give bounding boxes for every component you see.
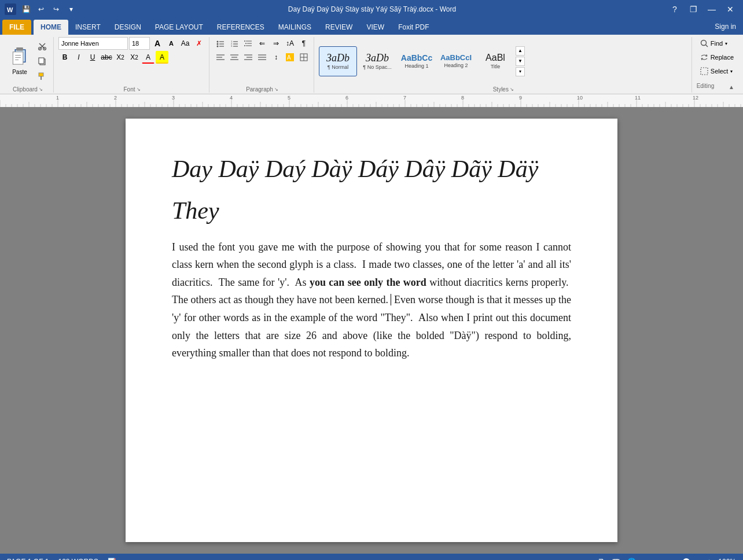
select-button[interactable]: Select ▾ — [697, 65, 737, 78]
bold-button[interactable]: B — [58, 51, 71, 64]
status-right: 🖹 📖 🌐 − + 100% — [598, 558, 736, 560]
font-grow-button[interactable]: A — [151, 37, 164, 50]
zoom-level: 100% — [718, 558, 736, 560]
svg-point-32 — [244, 45, 245, 46]
borders-button[interactable] — [297, 51, 310, 64]
multilevel-list-button[interactable] — [242, 37, 255, 50]
document-area[interactable]: Day Daÿ Daý Dàÿ Dáÿ Dâÿ Dãÿ Däÿ They I u… — [0, 107, 743, 554]
underline-button[interactable]: U — [86, 51, 99, 64]
paragraph-expand[interactable]: ↘ — [274, 87, 278, 92]
font-size-input[interactable] — [129, 37, 150, 50]
paste-button[interactable]: Paste — [6, 46, 34, 76]
styles-scroll-up[interactable]: ▲ — [516, 46, 525, 56]
ribbon-tabs: FILE HOME INSERT DESIGN PAGE LAYOUT REFE… — [0, 19, 743, 35]
help-button[interactable]: ? — [667, 1, 683, 17]
style-heading2[interactable]: AaBbCcI Heading 2 — [437, 46, 475, 76]
show-hide-button[interactable]: ¶ — [297, 37, 310, 50]
style-title[interactable]: AaBl Title — [476, 46, 514, 76]
select-arrow: ▾ — [730, 69, 733, 74]
find-label: Find — [711, 40, 723, 47]
style-title-label: Title — [491, 64, 501, 69]
restore-button[interactable]: ❐ — [685, 1, 701, 17]
strikethrough-button[interactable]: abc — [100, 51, 113, 64]
undo-button[interactable]: ↩ — [35, 3, 47, 16]
proofing-icon[interactable]: 📝 — [108, 558, 116, 560]
style-no-space[interactable]: ЗаDb ¶ No Spac... — [358, 46, 396, 76]
word-count: 128 WORDS — [58, 558, 98, 560]
sort-button[interactable]: ↕A — [284, 37, 296, 50]
web-view-icon[interactable]: 🌐 — [627, 558, 636, 560]
zoom-minus[interactable]: − — [643, 558, 647, 560]
tab-insert[interactable]: INSERT — [68, 20, 108, 35]
sign-in-button[interactable]: Sign in — [708, 20, 743, 33]
clear-formatting-button[interactable]: ✗ — [193, 37, 205, 50]
font-shrink-button[interactable]: A — [165, 37, 178, 50]
tab-references[interactable]: REFERENCES — [210, 20, 271, 35]
save-button[interactable]: 💾 — [20, 3, 32, 16]
select-icon — [700, 67, 708, 75]
replace-icon — [700, 53, 708, 61]
line-spacing-button[interactable]: ↕ — [270, 51, 282, 64]
decrease-indent-button[interactable]: ⇐ — [256, 37, 268, 50]
format-painter-button[interactable] — [35, 69, 50, 83]
numbering-button[interactable]: 1.2.3. — [228, 37, 241, 50]
align-center-button[interactable] — [228, 51, 241, 64]
bullets-button[interactable] — [214, 37, 227, 50]
style-normal[interactable]: ЗаDb ¶ Normal — [319, 46, 357, 76]
word-icon: W — [5, 3, 16, 15]
title-left: W 💾 ↩ ↪ ▾ — [5, 3, 78, 16]
paragraph-group-label: Paragraph ↘ — [214, 86, 310, 93]
paragraph-content: 1.2.3. ⇐ ⇒ ↕A ¶ — [214, 37, 310, 85]
document-title: Day Daÿ Daý Dàÿ Stày stày Yáÿ Sãÿ Tràÿ.d… — [78, 5, 667, 13]
read-mode-icon[interactable]: 📖 — [612, 558, 620, 560]
svg-point-51 — [701, 40, 706, 46]
tab-design[interactable]: DESIGN — [108, 20, 148, 35]
document-body[interactable]: I used the font you gave me with the pur… — [172, 238, 571, 362]
font-row-1: A A Aa ✗ — [58, 37, 205, 50]
clipboard-content: Paste — [6, 37, 50, 85]
style-heading1[interactable]: AaBbCc Heading 1 — [398, 46, 436, 76]
tab-view[interactable]: VIEW — [359, 20, 391, 35]
qat-more-button[interactable]: ▾ — [65, 3, 78, 16]
quick-access-toolbar: 💾 ↩ ↪ ▾ — [20, 3, 78, 16]
tab-home[interactable]: HOME — [34, 20, 68, 35]
tab-file[interactable]: FILE — [2, 20, 31, 35]
styles-expand-btn[interactable]: ↘ — [510, 87, 514, 92]
font-name-input[interactable] — [58, 37, 128, 50]
align-left-button[interactable] — [214, 51, 227, 64]
tab-review[interactable]: REVIEW — [318, 20, 359, 35]
subscript-button[interactable]: X2 — [114, 51, 127, 64]
tab-foxit[interactable]: Foxit PDF — [391, 20, 436, 35]
styles-expand[interactable]: ▾ — [516, 67, 525, 76]
cut-button[interactable] — [35, 39, 50, 53]
tab-mailings[interactable]: MAILINGS — [271, 20, 318, 35]
copy-button[interactable] — [35, 54, 50, 68]
font-group: A A Aa ✗ B I U abc X2 X2 A A Font ↘ — [55, 37, 209, 93]
search-icon — [700, 39, 708, 47]
superscript-button[interactable]: X2 — [128, 51, 141, 64]
replace-button[interactable]: Replace — [697, 51, 737, 64]
justify-button[interactable] — [256, 51, 268, 64]
zoom-plus[interactable]: + — [707, 558, 711, 560]
style-heading2-preview: AaBbCcI — [440, 54, 472, 61]
editing-content: Find ▾ Replace Select ▾ — [697, 37, 737, 78]
font-expand[interactable]: ↘ — [137, 87, 141, 92]
minimize-button[interactable]: — — [704, 1, 720, 17]
increase-indent-button[interactable]: ⇒ — [270, 37, 282, 50]
find-button[interactable]: Find ▾ — [697, 37, 737, 50]
align-right-button[interactable] — [242, 51, 255, 64]
tab-page-layout[interactable]: PAGE LAYOUT — [148, 20, 210, 35]
change-case-button[interactable]: Aa — [179, 37, 192, 50]
redo-button[interactable]: ↪ — [50, 3, 62, 16]
svg-rect-14 — [39, 73, 43, 76]
clipboard-expand[interactable]: ↘ — [39, 87, 43, 92]
highlight-button[interactable]: A — [156, 51, 168, 64]
text-color-button[interactable]: A — [142, 51, 155, 64]
style-no-space-preview: ЗаDb — [366, 53, 389, 63]
layout-icon[interactable]: 🖹 — [598, 558, 605, 560]
ribbon-collapse-button[interactable]: ▲ — [726, 81, 737, 93]
styles-scroll-down[interactable]: ▼ — [516, 57, 525, 66]
shading-button[interactable]: A — [284, 51, 296, 64]
close-button[interactable]: ✕ — [722, 1, 738, 17]
italic-button[interactable]: I — [72, 51, 85, 64]
